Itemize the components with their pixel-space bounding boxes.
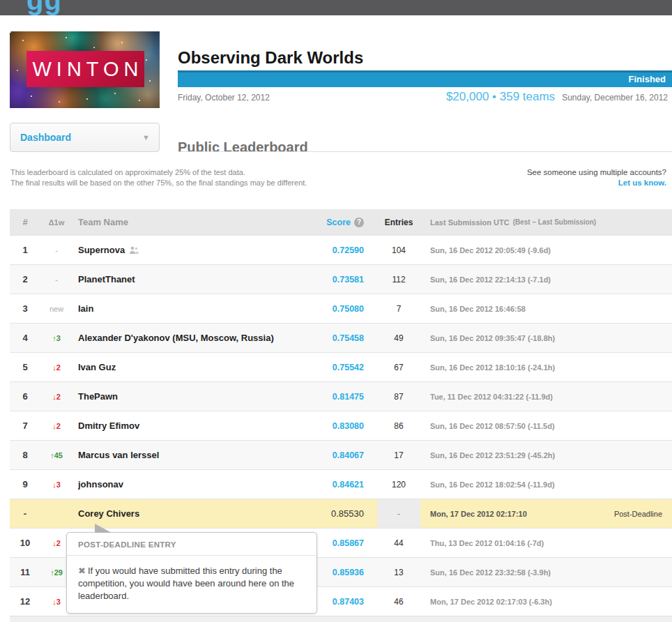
entries-cell: - <box>377 499 420 528</box>
last-submission-cell: Sun, 16 Dec 2012 23:32:58 (-3.9h) <box>420 558 672 586</box>
delta-cell: - <box>40 265 72 294</box>
last-submission-value: Sun, 16 Dec 2012 23:51:29 (-45.2h) <box>430 451 555 460</box>
kaggle-logo[interactable]: gg <box>26 0 62 15</box>
delta-value: ↑3 <box>52 334 61 342</box>
entries-cell: 46 <box>377 587 420 616</box>
team-name: Marcus van Ierssel <box>78 450 159 460</box>
score-help-icon[interactable]: ? <box>354 218 364 227</box>
chevron-down-icon: ▼ <box>142 133 159 142</box>
delta-cell: ↓2 <box>40 411 72 440</box>
entries-cell: 67 <box>377 353 420 381</box>
score-cell: 0.85867 <box>314 529 377 557</box>
last-submission-value: Sun, 16 Dec 2012 18:10:16 (-24.1h) <box>430 363 555 372</box>
last-submission-value: Sun, 16 Dec 2012 09:35:47 (-18.8h) <box>430 334 555 342</box>
table-row: 3newIain0.750807Sun, 16 Dec 2012 16:46:5… <box>10 294 672 323</box>
rank-cell: - <box>10 499 40 528</box>
let-us-know-link[interactable]: Let us know. <box>527 178 666 188</box>
last-submission-value: Sun, 16 Dec 2012 22:14:13 (-7.1d) <box>430 275 551 284</box>
last-submission-value: Sun, 16 Dec 2012 16:46:58 <box>430 305 526 313</box>
table-row: 9↓3johnsonav0.84621120Sun, 16 Dec 2012 1… <box>10 469 672 499</box>
rank-cell: 6 <box>10 382 40 411</box>
header-rank: # <box>10 217 40 227</box>
delta-value: ↑29 <box>50 568 63 577</box>
last-submission-value: Mon, 17 Dec 2012 02:17:03 (-6.3h) <box>430 598 552 606</box>
entries-cell: 87 <box>377 382 420 411</box>
start-date: Friday, October 12, 2012 <box>178 93 270 103</box>
rank-cell: 3 <box>10 294 40 323</box>
multiple-accounts-note: See someone using multiple accounts? Let… <box>527 167 666 188</box>
tooltip-body-text: If you would have submitted this entry d… <box>78 566 294 601</box>
delta-cell: ↑45 <box>40 441 72 469</box>
last-submission-value: Thu, 13 Dec 2012 01:04:16 (-7d) <box>430 539 544 547</box>
table-header-row: # Δ1w Team Name Score ? Entries Last Sub… <box>10 209 672 235</box>
rank-cell: 7 <box>10 411 40 440</box>
team-name: PlanetThanet <box>78 274 135 285</box>
accounts-question: See someone using multiple accounts? <box>527 167 666 178</box>
status-badge: Finished <box>629 74 666 84</box>
score-cell: 0.72590 <box>314 236 377 264</box>
header-score-label: Score <box>326 218 351 227</box>
score-cell: 0.83080 <box>314 411 377 440</box>
tooltip-title: POST-DEADLINE ENTRY <box>67 533 316 556</box>
entries-cell: 120 <box>377 470 420 499</box>
delta-value: ↓2 <box>52 363 61 372</box>
team-name: Dmitry Efimov <box>78 420 139 431</box>
rank-cell: 12 <box>10 587 40 616</box>
delta-value: ↓3 <box>52 598 61 606</box>
team-name-cell: johnsonav <box>72 470 314 499</box>
rank-cell: 8 <box>10 441 40 469</box>
score-cell: 0.84067 <box>314 441 377 469</box>
dismissed-entry-icon: ✖ <box>78 566 86 576</box>
team-name: ThePawn <box>78 391 118 402</box>
rank-cell: 5 <box>10 353 40 381</box>
last-submission-cell: Sun, 16 Dec 2012 18:02:54 (-11.9d) <box>420 470 672 499</box>
header-delta-1w: Δ1w <box>40 218 72 227</box>
last-submission-value: Sun, 16 Dec 2012 20:05:49 (-9.6d) <box>430 246 551 255</box>
post-deadline-tooltip: POST-DEADLINE ENTRY ✖If you would have s… <box>66 532 317 614</box>
top-nav-bar: gg <box>0 0 672 15</box>
table-row: 5↓2Ivan Guz0.7554267Sun, 16 Dec 2012 18:… <box>10 352 672 381</box>
delta-value: new <box>49 305 63 313</box>
last-submission-cell: Sun, 16 Dec 2012 18:10:16 (-24.1h) <box>420 353 672 381</box>
note-line-2: The final results will be based on the o… <box>10 178 307 188</box>
post-deadline-badge: Post-Deadline <box>614 510 662 518</box>
header-last-submission: Last Submission UTC (Best – Last Submiss… <box>420 218 672 227</box>
end-date: Sunday, December 16, 2012 <box>562 93 668 103</box>
delta-cell: new <box>40 294 72 323</box>
last-submission-cell: Tue, 11 Dec 2012 04:31:22 (-11.9d) <box>420 382 672 411</box>
entries-cell: 13 <box>377 558 420 586</box>
delta-value: ↓3 <box>52 480 61 489</box>
score-cell: 0.81475 <box>314 382 377 411</box>
score-cell: 0.85936 <box>314 558 377 586</box>
rank-cell: 10 <box>10 529 40 557</box>
delta-cell: ↑3 <box>40 324 72 352</box>
entries-cell: 112 <box>377 265 420 294</box>
score-cell: 0.75542 <box>314 353 377 381</box>
team-name: Corey Chivers <box>78 508 139 519</box>
rank-cell: 11 <box>10 558 40 586</box>
table-row: 7↓2Dmitry Efimov0.8308086Sun, 16 Dec 201… <box>10 411 672 440</box>
team-name: johnsonav <box>78 479 123 490</box>
table-row: 6↓2ThePawn0.8147587Tue, 11 Dec 2012 04:3… <box>10 381 672 411</box>
last-submission-value: Tue, 11 Dec 2012 04:31:22 (-11.9d) <box>430 393 553 401</box>
heading-divider <box>178 151 672 152</box>
last-submission-cell: Mon, 17 Dec 2012 02:17:10Post-Deadline <box>420 499 672 528</box>
table-row: 2-PlanetThanet0.73581112Sun, 16 Dec 2012… <box>10 264 672 294</box>
score-cell: 0.84621 <box>314 470 377 499</box>
header-last-submission-label: Last Submission UTC <box>430 218 510 227</box>
competition-timeline-bar: Finished <box>178 70 672 87</box>
rank-cell: 2 <box>10 265 40 294</box>
delta-value: - <box>55 246 58 255</box>
last-submission-cell: Sun, 16 Dec 2012 23:51:29 (-45.2h) <box>420 441 672 469</box>
entries-cell: 17 <box>377 441 420 469</box>
last-submission-cell: Sun, 16 Dec 2012 08:57:50 (-11.5d) <box>420 411 672 440</box>
header-team-name: Team Name <box>72 217 314 227</box>
note-line-1: This leaderboard is calculated on approx… <box>10 167 307 178</box>
last-submission-value: Sun, 16 Dec 2012 08:57:50 (-11.5d) <box>430 422 555 430</box>
delta-cell: ↓2 <box>40 382 72 411</box>
delta-cell: - <box>40 236 72 264</box>
rank-cell: 1 <box>10 236 40 264</box>
delta-cell: ↓2 <box>40 353 72 381</box>
entries-cell: 49 <box>377 324 420 352</box>
dashboard-dropdown[interactable]: Dashboard ▼ <box>10 123 160 152</box>
